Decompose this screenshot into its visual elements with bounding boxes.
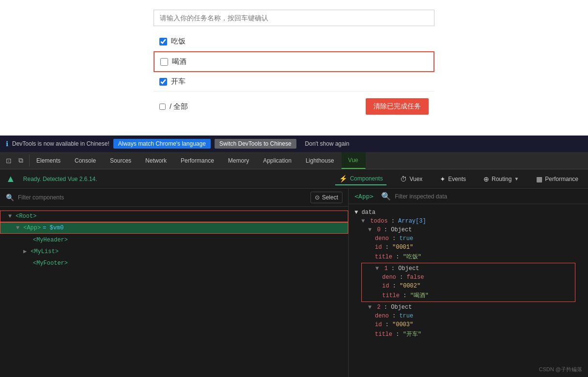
search-icon: 🔍 <box>6 194 14 201</box>
mylist-tag: <MyList> <box>31 248 59 255</box>
todo-item0-id: id : "0001" <box>355 243 582 252</box>
todo-checkbox-2[interactable] <box>160 58 168 66</box>
todo-item-3: 开车 <box>154 72 434 91</box>
tree-item-myheader[interactable]: <MyHeader> <box>0 234 348 246</box>
todo-item2-title: title : "开车" <box>355 329 582 339</box>
all-checkbox[interactable] <box>159 104 166 110</box>
inspected-component-tag: <App> <box>355 193 373 200</box>
app-vm-attr: = $vm0 <box>43 225 63 231</box>
todo-footer: / 全部 清除已完成任务 <box>154 93 434 120</box>
tab-memory[interactable]: Memory <box>221 152 256 169</box>
data-root-label: ▼ data <box>355 208 582 217</box>
csdn-watermark: CSDN @子矜鳊落 <box>539 366 582 373</box>
arrow-myheader <box>23 236 29 244</box>
tree-item-app[interactable]: ▼ <App> = $vm0 <box>0 222 348 234</box>
clear-completed-button[interactable]: 清除已完成任务 <box>366 98 429 115</box>
vue-nav-routing[interactable]: ⊕ Routing ▼ <box>480 173 523 185</box>
vue-nav-vuex[interactable]: ⏱ Vuex <box>396 173 426 185</box>
notification-text: DevTools is now available in Chinese! <box>12 140 109 147</box>
cursor-icon[interactable]: ⊡ <box>4 155 14 166</box>
vue-ready-text: Ready. Detected Vue 2.6.14. <box>23 176 97 182</box>
tab-network[interactable]: Network <box>139 152 174 169</box>
switch-chinese-button[interactable]: Switch DevTools to Chinese <box>215 139 296 149</box>
tree-item-myfooter[interactable]: <MyFooter> <box>0 257 348 269</box>
task-input-container <box>154 10 434 26</box>
data-tree: ▼ data ▼ todos : Array[3] ▼ 0 : Object <box>349 204 588 377</box>
vuex-icon: ⏱ <box>400 175 407 183</box>
tab-console[interactable]: Console <box>68 152 103 169</box>
todo-item0-deno: deno : true <box>355 234 582 243</box>
todo-footer-left: / 全部 <box>159 102 188 111</box>
devtools-notification: ℹ DevTools is now available in Chinese! … <box>0 136 588 152</box>
arrow-root: ▼ <box>8 213 12 220</box>
arrow-mylist: ▶ <box>23 248 27 255</box>
todo-item-2: 喝酒 <box>154 51 434 72</box>
arrow-myfooter <box>23 259 29 267</box>
right-panel: <App> 🔍 ▼ data ▼ todos : Array[3] <box>349 189 588 377</box>
vue-logo: ▲ <box>6 173 15 184</box>
tab-application[interactable]: Application <box>256 152 299 169</box>
todo-item-1: 吃饭 <box>154 32 434 51</box>
left-panel: 🔍 ⊙ Select ▼ <Root> ▼ <App> = $vm0 <box>0 189 349 377</box>
todo-item2-deno: deno : true <box>355 312 582 320</box>
todos-label: ▼ todos : Array[3] <box>355 217 582 226</box>
tree-item-root[interactable]: ▼ <Root> <box>0 211 348 222</box>
todo-item1-title: title : "喝酒" <box>362 290 575 301</box>
tree-item-mylist[interactable]: ▶ <MyList> <box>0 246 348 257</box>
filter-data-input[interactable] <box>395 193 582 200</box>
vue-nav-performance[interactable]: ▦ Performance <box>532 173 582 185</box>
vue-nav-components[interactable]: ⚡ Components <box>335 173 387 185</box>
devtools-tab-icons: ⊡ ⧉ <box>0 154 30 166</box>
myheader-tag: <MyHeader> <box>33 237 68 243</box>
task-input[interactable] <box>154 10 434 26</box>
tab-performance[interactable]: Performance <box>174 152 221 169</box>
todo-item0-title: title : "吃饭" <box>355 252 582 262</box>
todo-checkbox-3[interactable] <box>159 78 167 86</box>
routing-icon: ⊕ <box>483 175 489 183</box>
todo-item1-id: id : "0002" <box>362 282 575 290</box>
todo-item1-label: ▼ 1 : Object <box>362 264 575 273</box>
tab-sources[interactable]: Sources <box>103 152 139 169</box>
root-tag: <Root> <box>15 213 36 220</box>
filter-bar: 🔍 ⊙ Select <box>0 189 348 207</box>
dont-show-button[interactable]: Don't show again <box>300 139 355 149</box>
select-target-icon: ⊙ <box>315 194 320 201</box>
routing-dropdown-icon: ▼ <box>514 176 519 181</box>
component-tree: ▼ <Root> ▼ <App> = $vm0 <MyHeader> ▶ <box>0 207 348 377</box>
vue-header: ▲ Ready. Detected Vue 2.6.14. ⚡ Componen… <box>0 169 588 189</box>
tab-lighthouse[interactable]: Lighthouse <box>299 152 341 169</box>
right-header: <App> 🔍 <box>349 189 588 204</box>
todo-item2-label: ▼ 2 : Object <box>355 303 582 312</box>
todo-item2-id: id : "0003" <box>355 320 582 329</box>
components-icon: ⚡ <box>339 175 347 182</box>
vue-nav-events[interactable]: ✦ Events <box>436 173 470 185</box>
todo-text-3: 开车 <box>171 77 186 86</box>
tab-vue[interactable]: Vue <box>341 152 366 169</box>
todo-item1-deno: deno : false <box>362 273 575 282</box>
app-area: 吃饭 喝酒 开车 / 全部 清除已完成任务 <box>0 0 588 136</box>
todo-item1-group-highlighted: ▼ 1 : Object deno : false id : "0002" <box>361 263 575 302</box>
app-tag-tree: <App> <box>23 225 41 231</box>
info-icon: ℹ <box>6 140 8 148</box>
todo-text-2: 喝酒 <box>172 57 186 66</box>
todo-text-1: 吃饭 <box>171 37 186 46</box>
all-label: / 全部 <box>170 102 188 111</box>
select-button[interactable]: ⊙ Select <box>310 192 342 203</box>
filter-components-input[interactable] <box>18 194 307 201</box>
vue-devtools: ▲ Ready. Detected Vue 2.6.14. ⚡ Componen… <box>0 169 588 377</box>
right-search-icon: 🔍 <box>381 192 391 201</box>
tab-elements[interactable]: Elements <box>30 152 68 169</box>
todo-checkbox-1[interactable] <box>159 38 167 45</box>
arrow-app: ▼ <box>16 225 19 231</box>
devtools-tabs-bar: ⊡ ⧉ Elements Console Sources Network Per… <box>0 152 588 169</box>
todo-item0-label: ▼ 0 : Object <box>355 226 582 234</box>
performance-nav-icon: ▦ <box>536 175 542 183</box>
match-language-button[interactable]: Always match Chrome's language <box>113 139 211 149</box>
dock-icon[interactable]: ⧉ <box>16 154 25 166</box>
vue-nav: ⚡ Components ⏱ Vuex ✦ Events ⊕ Routing ▼… <box>335 173 582 185</box>
myfooter-tag: <MyFooter> <box>33 260 68 267</box>
events-icon: ✦ <box>440 175 446 183</box>
vue-content: 🔍 ⊙ Select ▼ <Root> ▼ <App> = $vm0 <box>0 189 588 377</box>
